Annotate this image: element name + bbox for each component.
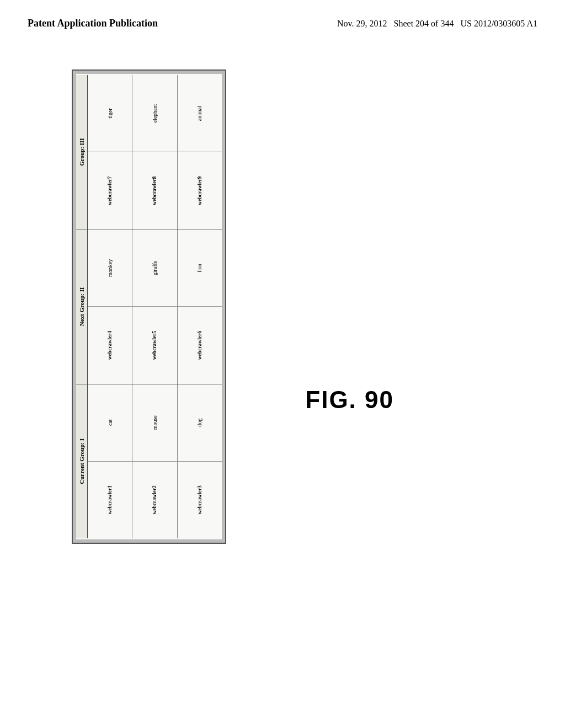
header-info: Nov. 29, 2012 Sheet 204 of 344 US 2012/0… xyxy=(337,17,537,31)
cell-wc6: webcrawler6 xyxy=(178,306,222,383)
header: Patent Application Publication Nov. 29, … xyxy=(0,0,565,36)
group-ii-label: Next Group: II xyxy=(76,229,88,383)
group-iii: Group: III webcrawler7 tiger webcrawler8… xyxy=(76,75,222,229)
cell-wc9: webcrawler9 xyxy=(178,152,222,229)
cell-monkey: monkey xyxy=(88,229,132,306)
cell-mouse: mouse xyxy=(132,384,177,461)
cell-elephant: elephant xyxy=(132,75,177,152)
cell-dog: dog xyxy=(178,384,222,461)
cell-wc8: webcrawler8 xyxy=(132,152,177,229)
publication-title: Patent Application Publication xyxy=(28,17,158,30)
cell-lion: lion xyxy=(178,229,222,306)
main-content: Current Group: I webcrawler1 cat webcraw… xyxy=(0,36,565,577)
diagram-wrapper: Current Group: I webcrawler1 cat webcraw… xyxy=(55,58,243,555)
cell-animal: animal xyxy=(178,75,222,152)
group-i: Current Group: I webcrawler1 cat webcraw… xyxy=(76,383,222,538)
patent-number: US 2012/0303605 A1 xyxy=(460,19,537,28)
group-i-label: Current Group: I xyxy=(76,384,88,538)
cell-wc2: webcrawler2 xyxy=(132,461,177,538)
cell-giraffe: giraffe xyxy=(132,229,177,306)
cell-wc5: webcrawler5 xyxy=(132,306,177,383)
cell-wc7: webcrawler7 xyxy=(88,152,132,229)
diagram: Current Group: I webcrawler1 cat webcraw… xyxy=(72,69,226,544)
figure-label: FIG. 90 xyxy=(305,386,394,414)
sheet-number: Sheet 204 of 344 xyxy=(394,19,454,28)
cell-tiger: tiger xyxy=(88,75,132,152)
cell-wc1: webcrawler1 xyxy=(88,461,132,538)
cell-cat: cat xyxy=(88,384,132,461)
patent-title-text: Patent Application Publication xyxy=(28,18,158,29)
group-ii: Next Group: II webcrawler4 monkey webcra… xyxy=(76,229,222,383)
cell-wc4: webcrawler4 xyxy=(88,306,132,383)
group-iii-label: Group: III xyxy=(76,75,88,229)
pub-date: Nov. 29, 2012 xyxy=(337,19,387,28)
cell-wc3: webcrawler3 xyxy=(178,461,222,538)
